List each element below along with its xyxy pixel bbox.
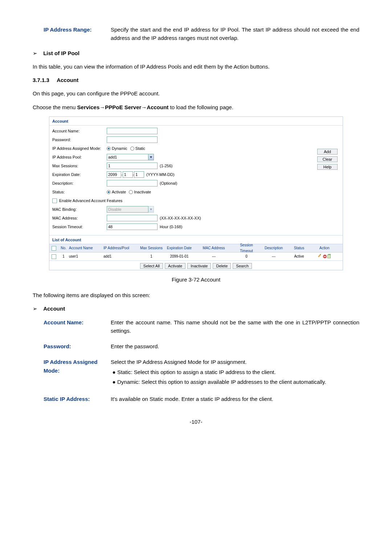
col-no: No. xyxy=(58,245,69,251)
max-sessions-label: Max Sessions: xyxy=(52,163,107,169)
account-name-label: Account Name: xyxy=(52,128,107,134)
bottom-toolbar: Select All Activate Inactivate Delete Se… xyxy=(49,260,343,270)
lead-text: Select the IP Address Assigned Mode for … xyxy=(111,358,359,366)
session-timeout-input[interactable] xyxy=(107,223,158,230)
description-hint: (Optional) xyxy=(160,180,177,186)
radio-dot-on-icon xyxy=(107,147,111,151)
exp-month-input[interactable] xyxy=(123,171,133,178)
enable-advanced-label: Enable Advanced Account Features xyxy=(59,198,122,204)
inactivate-button[interactable]: Inactivate xyxy=(187,263,211,269)
description-input[interactable] xyxy=(107,180,158,186)
col-mac: MAC Address xyxy=(194,245,234,251)
figure-account-form: Account Account Name: Password: IP Addre… xyxy=(49,116,343,270)
add-button[interactable]: Add xyxy=(317,149,338,155)
ip-mode-label: IP Address Assigned Mode: xyxy=(52,145,107,152)
edit-icon[interactable] xyxy=(318,254,323,259)
field-label: IP Address Range: xyxy=(44,25,111,34)
session-timeout-hint: Hour (0-168) xyxy=(160,224,182,230)
exp-date-hint: (YYYY-MM-DD) xyxy=(146,172,174,178)
col-status: Status xyxy=(288,245,310,251)
arrow-icon: ➢ xyxy=(33,305,37,312)
session-timeout-label: Session Timeout: xyxy=(52,224,107,230)
cell-account: user1 xyxy=(69,254,103,259)
col-ip-pool: IP Address/Pool xyxy=(103,245,138,251)
row-checkbox[interactable] xyxy=(52,254,56,259)
field-label: IP Address Assigned Mode: xyxy=(44,358,111,375)
radio-activate[interactable]: Activate xyxy=(107,189,126,195)
exp-day-input[interactable] xyxy=(134,171,144,178)
cell-actions xyxy=(310,255,339,258)
bullet-icon: ● xyxy=(111,378,117,386)
side-buttons: Add Clear Help xyxy=(317,149,338,170)
exp-year-input[interactable] xyxy=(107,171,121,178)
menu-path: Choose the menu Services→PPPoE Server→Ac… xyxy=(33,103,359,111)
section-intro: On this page, you can configure the PPPo… xyxy=(33,89,359,98)
exp-date-label: Expiration Date: xyxy=(52,172,107,178)
col-exp-date: Expiration Date xyxy=(165,245,194,251)
heading-text: Account xyxy=(43,305,65,312)
radio-static[interactable]: Static xyxy=(130,145,146,152)
field-value: It's available on Static mode. Enter a s… xyxy=(111,395,359,403)
cell-no: 1 xyxy=(58,254,69,259)
field-value: Enter the account name. This name should… xyxy=(111,318,359,335)
disable-icon[interactable] xyxy=(323,255,327,258)
radio-dot-on-icon xyxy=(107,190,111,194)
select-all-button[interactable]: Select All xyxy=(140,263,163,269)
cell-status: Active xyxy=(288,254,310,259)
field-value: Enter the password. xyxy=(111,342,359,350)
menu-bold: Services→PPPoE Server→Account xyxy=(77,104,169,110)
password-label: Password: xyxy=(52,137,107,143)
col-account-name: Account Name xyxy=(69,245,103,251)
delete-icon[interactable] xyxy=(327,255,331,258)
chevron-down-icon xyxy=(148,206,154,213)
def-ip-mode: IP Address Assigned Mode: Select the IP … xyxy=(44,358,359,387)
figure-caption: Figure 3-72 Account xyxy=(33,275,359,284)
radio-inactivate[interactable]: Inactivate xyxy=(129,189,151,195)
radio-dynamic[interactable]: Dynamic xyxy=(107,145,127,152)
ip-pool-select[interactable] xyxy=(107,154,148,160)
col-action: Action xyxy=(310,245,339,251)
cell-pool: add1 xyxy=(103,254,138,259)
select-all-checkbox[interactable] xyxy=(52,246,56,251)
col-max-sessions: Max Sessions xyxy=(138,245,165,251)
delete-button[interactable]: Delete xyxy=(213,263,231,269)
cell-exp: 2099-01-01 xyxy=(165,254,194,259)
search-button[interactable]: Search xyxy=(233,263,252,269)
bullet-icon: ● xyxy=(111,368,117,376)
chevron-down-icon[interactable] xyxy=(148,154,154,160)
mac-address-input[interactable] xyxy=(107,215,158,221)
arrow-icon: ➢ xyxy=(33,50,37,56)
account-heading: ➢ Account xyxy=(33,304,359,313)
description-label: Description: xyxy=(52,180,107,186)
mac-address-label: MAC Address: xyxy=(52,215,107,221)
list-of-ip-pool-text: In this table, you can view the informat… xyxy=(33,62,359,71)
section-header: 3.7.1.3 Account xyxy=(33,76,359,84)
list-of-ip-pool-heading: ➢ List of IP Pool xyxy=(33,49,359,57)
col-description: Description xyxy=(259,245,288,251)
table-row: 1 user1 add1 1 2099-01-01 --- 0 --- Acti… xyxy=(49,253,343,260)
section-title: Account xyxy=(57,77,78,83)
status-label: Status: xyxy=(52,189,107,195)
activate-button[interactable]: Activate xyxy=(165,263,185,269)
field-label: Account Name: xyxy=(44,318,111,327)
field-label: Password: xyxy=(44,342,111,350)
heading-text: List of IP Pool xyxy=(43,50,79,56)
clear-button[interactable]: Clear xyxy=(317,156,338,162)
account-name-input[interactable] xyxy=(107,128,158,134)
cell-desc: --- xyxy=(259,254,288,259)
account-form-body: Account Name: Password: IP Address Assig… xyxy=(49,125,343,235)
enable-advanced-checkbox[interactable] xyxy=(52,198,57,203)
ip-address-range-field: IP Address Range: Specify the start and … xyxy=(44,25,359,42)
list-header: No. Account Name IP Address/Pool Max Ses… xyxy=(49,244,343,253)
password-input[interactable] xyxy=(107,136,158,143)
max-sessions-input[interactable] xyxy=(107,163,158,169)
figure-title: Account xyxy=(49,117,343,125)
mac-binding-select xyxy=(107,206,148,213)
field-value: Select the IP Address Assigned Mode for … xyxy=(111,358,359,387)
radio-dot-icon xyxy=(129,190,133,194)
def-static-ip: Static IP Address: It's available on Sta… xyxy=(44,395,359,403)
max-sessions-hint: (1-256) xyxy=(160,163,172,169)
list-title: List of Account xyxy=(49,235,343,244)
help-button[interactable]: Help xyxy=(317,164,338,170)
def-account-name: Account Name: Enter the account name. Th… xyxy=(44,318,359,335)
